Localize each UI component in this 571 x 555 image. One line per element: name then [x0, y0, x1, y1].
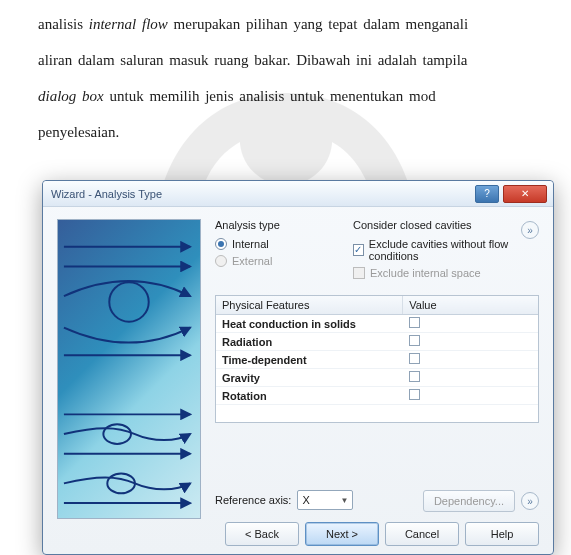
- dependency-button[interactable]: Dependency...: [423, 490, 515, 512]
- radio-external[interactable]: External: [215, 255, 325, 267]
- checkbox-icon: [409, 335, 420, 346]
- checkbox-exclude-internal[interactable]: Exclude internal space: [353, 267, 539, 279]
- checkbox-icon: [409, 389, 420, 400]
- analysis-preview-image: [57, 219, 201, 519]
- radio-internal[interactable]: Internal: [215, 238, 325, 250]
- table-row[interactable]: Gravity: [216, 369, 538, 387]
- checkbox-icon: [409, 371, 420, 382]
- checkbox-icon: [353, 244, 364, 256]
- svg-point-6: [109, 282, 148, 321]
- window-buttons: ? ✕: [475, 185, 547, 203]
- doc-line-1: analisis internal flow merupakan pilihan…: [38, 16, 468, 32]
- document-paragraph: analisis internal flow merupakan pilihan…: [0, 0, 571, 150]
- reference-axis-row: Reference axis: X ▼: [215, 490, 353, 510]
- expand-top-icon[interactable]: »: [521, 221, 539, 239]
- physical-features-table: Physical Features Value Heat conduction …: [215, 295, 539, 423]
- table-row[interactable]: Radiation: [216, 333, 538, 351]
- checkbox-icon: [409, 317, 420, 328]
- chevron-down-icon: ▼: [341, 496, 349, 505]
- checkbox-exclude-flow[interactable]: Exclude cavities without flow conditions: [353, 238, 539, 262]
- close-icon[interactable]: ✕: [503, 185, 547, 203]
- reference-axis-select[interactable]: X ▼: [297, 490, 353, 510]
- wizard-dialog: Wizard - Analysis Type ? ✕: [42, 180, 554, 555]
- doc-line-4: penyelesaian.: [38, 124, 119, 140]
- cavities-heading: Consider closed cavities: [353, 219, 539, 231]
- table-row[interactable]: Heat conduction in solids: [216, 315, 538, 333]
- help-icon[interactable]: ?: [475, 185, 499, 203]
- expand-bottom-icon[interactable]: »: [521, 492, 539, 510]
- svg-point-10: [103, 424, 131, 444]
- checkbox-icon: [409, 353, 420, 364]
- footer-buttons: < Back Next > Cancel Help: [215, 522, 539, 546]
- dialog-body: » Analysis type Internal External Consid…: [43, 207, 553, 554]
- reference-axis-label: Reference axis:: [215, 494, 291, 506]
- dialog-title: Wizard - Analysis Type: [51, 188, 475, 200]
- radio-dot-icon: [215, 255, 227, 267]
- col-value: Value: [403, 296, 538, 315]
- checkbox-icon: [353, 267, 365, 279]
- table-row[interactable]: Rotation: [216, 387, 538, 405]
- radio-dot-icon: [215, 238, 227, 250]
- doc-line-2: aliran dalam saluran masuk ruang bakar. …: [38, 52, 468, 68]
- doc-line-3: dialog box untuk memilih jenis analisis …: [38, 88, 436, 104]
- svg-point-11: [107, 474, 135, 494]
- cancel-button[interactable]: Cancel: [385, 522, 459, 546]
- table-row[interactable]: Time-dependent: [216, 351, 538, 369]
- right-pane: » Analysis type Internal External Consid…: [215, 219, 539, 512]
- titlebar: Wizard - Analysis Type ? ✕: [43, 181, 553, 207]
- analysis-type-heading: Analysis type: [215, 219, 325, 231]
- col-physical-features: Physical Features: [216, 296, 403, 315]
- next-button[interactable]: Next >: [305, 522, 379, 546]
- back-button[interactable]: < Back: [225, 522, 299, 546]
- help-button[interactable]: Help: [465, 522, 539, 546]
